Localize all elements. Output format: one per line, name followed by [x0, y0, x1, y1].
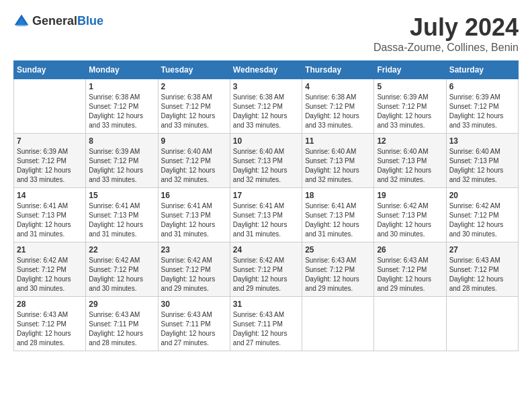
day-of-week-header: Sunday	[14, 61, 86, 79]
calendar-cell: 3Sunrise: 6:38 AM Sunset: 7:12 PM Daylig…	[230, 79, 302, 134]
day-info: Sunrise: 6:40 AM Sunset: 7:13 PM Dayligh…	[305, 147, 371, 185]
day-info: Sunrise: 6:39 AM Sunset: 7:12 PM Dayligh…	[377, 93, 443, 130]
day-number: 16	[161, 191, 227, 200]
day-info: Sunrise: 6:40 AM Sunset: 7:13 PM Dayligh…	[377, 147, 443, 185]
day-number: 7	[17, 136, 83, 146]
calendar-table: SundayMondayTuesdayWednesdayThursdayFrid…	[13, 60, 519, 351]
calendar-cell: 14Sunrise: 6:41 AM Sunset: 7:13 PM Dayli…	[14, 188, 86, 242]
day-info: Sunrise: 6:42 AM Sunset: 7:13 PM Dayligh…	[377, 201, 443, 239]
calendar-cell: 5Sunrise: 6:39 AM Sunset: 7:12 PM Daylig…	[374, 79, 446, 134]
day-number: 19	[377, 191, 443, 200]
day-number: 5	[377, 82, 443, 91]
day-info: Sunrise: 6:42 AM Sunset: 7:12 PM Dayligh…	[89, 256, 154, 293]
calendar-week-row: 14Sunrise: 6:41 AM Sunset: 7:13 PM Dayli…	[14, 188, 519, 242]
calendar-week-row: 21Sunrise: 6:42 AM Sunset: 7:12 PM Dayli…	[14, 242, 519, 297]
calendar-cell: 28Sunrise: 6:43 AM Sunset: 7:12 PM Dayli…	[14, 297, 86, 351]
calendar-cell	[302, 297, 374, 351]
day-number: 25	[305, 245, 371, 255]
calendar-cell: 25Sunrise: 6:43 AM Sunset: 7:12 PM Dayli…	[302, 242, 374, 297]
day-number: 30	[161, 300, 227, 309]
calendar-cell: 21Sunrise: 6:42 AM Sunset: 7:12 PM Dayli…	[14, 242, 86, 297]
calendar-cell: 23Sunrise: 6:42 AM Sunset: 7:12 PM Dayli…	[158, 242, 230, 297]
day-of-week-header: Friday	[374, 61, 446, 79]
calendar-week-row: 28Sunrise: 6:43 AM Sunset: 7:12 PM Dayli…	[14, 297, 519, 351]
logo-icon	[13, 13, 30, 30]
day-number: 12	[377, 136, 443, 146]
day-info: Sunrise: 6:42 AM Sunset: 7:12 PM Dayligh…	[449, 201, 515, 239]
day-info: Sunrise: 6:39 AM Sunset: 7:12 PM Dayligh…	[449, 93, 515, 130]
day-info: Sunrise: 6:38 AM Sunset: 7:12 PM Dayligh…	[305, 93, 371, 130]
day-info: Sunrise: 6:43 AM Sunset: 7:12 PM Dayligh…	[305, 256, 371, 293]
title-section: July 2024 Dassa-Zoume, Collines, Benin	[373, 13, 519, 54]
day-number: 2	[161, 82, 227, 91]
calendar-cell	[446, 297, 518, 351]
day-info: Sunrise: 6:42 AM Sunset: 7:12 PM Dayligh…	[233, 256, 299, 293]
day-info: Sunrise: 6:40 AM Sunset: 7:12 PM Dayligh…	[161, 147, 227, 185]
day-number: 10	[233, 136, 299, 146]
day-info: Sunrise: 6:43 AM Sunset: 7:11 PM Dayligh…	[89, 310, 154, 348]
calendar-cell: 27Sunrise: 6:43 AM Sunset: 7:12 PM Dayli…	[446, 242, 518, 297]
calendar-cell: 13Sunrise: 6:40 AM Sunset: 7:13 PM Dayli…	[446, 134, 518, 188]
calendar-cell: 6Sunrise: 6:39 AM Sunset: 7:12 PM Daylig…	[446, 79, 518, 134]
day-number: 28	[17, 300, 83, 309]
calendar-cell: 15Sunrise: 6:41 AM Sunset: 7:13 PM Dayli…	[86, 188, 158, 242]
day-info: Sunrise: 6:40 AM Sunset: 7:13 PM Dayligh…	[233, 147, 299, 185]
day-of-week-header: Tuesday	[158, 61, 230, 79]
day-number: 14	[17, 191, 83, 200]
day-number: 6	[449, 82, 515, 91]
day-number: 24	[233, 245, 299, 255]
day-number: 3	[233, 82, 299, 91]
calendar-cell: 16Sunrise: 6:41 AM Sunset: 7:13 PM Dayli…	[158, 188, 230, 242]
calendar-cell: 7Sunrise: 6:39 AM Sunset: 7:12 PM Daylig…	[14, 134, 86, 188]
calendar-week-row: 1Sunrise: 6:38 AM Sunset: 7:12 PM Daylig…	[14, 79, 519, 134]
day-number: 13	[449, 136, 515, 146]
day-number: 1	[89, 82, 154, 91]
day-number: 27	[449, 245, 515, 255]
day-info: Sunrise: 6:41 AM Sunset: 7:13 PM Dayligh…	[305, 201, 371, 239]
day-number: 9	[161, 136, 227, 146]
calendar-cell: 4Sunrise: 6:38 AM Sunset: 7:12 PM Daylig…	[302, 79, 374, 134]
calendar-cell: 17Sunrise: 6:41 AM Sunset: 7:13 PM Dayli…	[230, 188, 302, 242]
logo-text: GeneralBlue	[32, 15, 103, 28]
day-number: 20	[449, 191, 515, 200]
day-info: Sunrise: 6:38 AM Sunset: 7:12 PM Dayligh…	[89, 93, 154, 130]
day-number: 23	[161, 245, 227, 255]
day-info: Sunrise: 6:41 AM Sunset: 7:13 PM Dayligh…	[161, 201, 227, 239]
day-number: 26	[377, 245, 443, 255]
logo: GeneralBlue	[13, 13, 103, 30]
day-info: Sunrise: 6:38 AM Sunset: 7:12 PM Dayligh…	[161, 93, 227, 130]
page-header: GeneralBlue July 2024 Dassa-Zoume, Colli…	[13, 13, 519, 54]
day-info: Sunrise: 6:43 AM Sunset: 7:12 PM Dayligh…	[449, 256, 515, 293]
calendar-cell: 30Sunrise: 6:43 AM Sunset: 7:11 PM Dayli…	[158, 297, 230, 351]
calendar-cell: 1Sunrise: 6:38 AM Sunset: 7:12 PM Daylig…	[86, 79, 158, 134]
calendar-cell: 9Sunrise: 6:40 AM Sunset: 7:12 PM Daylig…	[158, 134, 230, 188]
day-info: Sunrise: 6:43 AM Sunset: 7:12 PM Dayligh…	[17, 310, 83, 348]
calendar-cell	[14, 79, 86, 134]
day-info: Sunrise: 6:42 AM Sunset: 7:12 PM Dayligh…	[161, 256, 227, 293]
day-info: Sunrise: 6:42 AM Sunset: 7:12 PM Dayligh…	[17, 256, 83, 293]
day-of-week-header: Wednesday	[230, 61, 302, 79]
day-info: Sunrise: 6:43 AM Sunset: 7:11 PM Dayligh…	[233, 310, 299, 348]
day-info: Sunrise: 6:41 AM Sunset: 7:13 PM Dayligh…	[233, 201, 299, 239]
day-number: 31	[233, 300, 299, 309]
day-number: 17	[233, 191, 299, 200]
day-info: Sunrise: 6:43 AM Sunset: 7:12 PM Dayligh…	[377, 256, 443, 293]
day-of-week-header: Monday	[86, 61, 158, 79]
calendar-cell: 8Sunrise: 6:39 AM Sunset: 7:12 PM Daylig…	[86, 134, 158, 188]
calendar-cell	[374, 297, 446, 351]
subtitle: Dassa-Zoume, Collines, Benin	[373, 42, 519, 54]
calendar-header-row: SundayMondayTuesdayWednesdayThursdayFrid…	[14, 61, 519, 79]
day-number: 22	[89, 245, 154, 255]
calendar-cell: 24Sunrise: 6:42 AM Sunset: 7:12 PM Dayli…	[230, 242, 302, 297]
main-title: July 2024	[373, 13, 519, 42]
day-number: 21	[17, 245, 83, 255]
day-number: 29	[89, 300, 154, 309]
day-of-week-header: Saturday	[446, 61, 518, 79]
calendar-cell: 22Sunrise: 6:42 AM Sunset: 7:12 PM Dayli…	[86, 242, 158, 297]
calendar-cell: 10Sunrise: 6:40 AM Sunset: 7:13 PM Dayli…	[230, 134, 302, 188]
day-info: Sunrise: 6:39 AM Sunset: 7:12 PM Dayligh…	[17, 147, 83, 185]
calendar-cell: 26Sunrise: 6:43 AM Sunset: 7:12 PM Dayli…	[374, 242, 446, 297]
day-number: 11	[305, 136, 371, 146]
calendar-cell: 2Sunrise: 6:38 AM Sunset: 7:12 PM Daylig…	[158, 79, 230, 134]
day-info: Sunrise: 6:40 AM Sunset: 7:13 PM Dayligh…	[449, 147, 515, 185]
